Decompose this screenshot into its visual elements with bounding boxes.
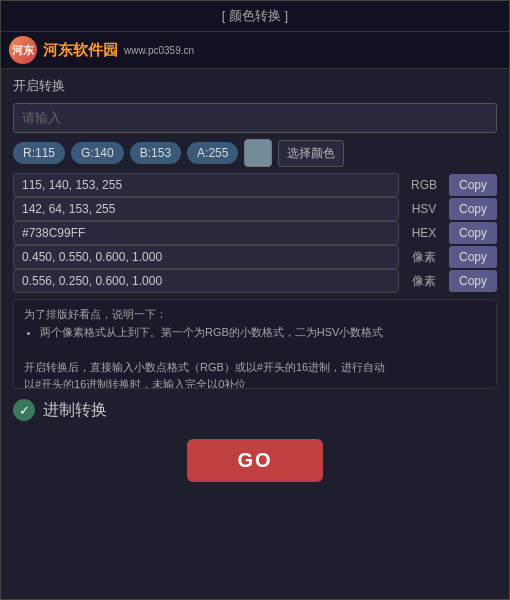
color-swatch <box>244 139 272 167</box>
data-value-3: 0.450, 0.550, 0.600, 1.000 <box>13 245 399 269</box>
data-value-0: 115, 140, 153, 255 <box>13 173 399 197</box>
copy-button-0[interactable]: Copy <box>449 174 497 196</box>
title-bar: [ 颜色转换 ] <box>1 1 509 32</box>
main-window: [ 颜色转换 ] 河东 河东软件园 www.pc0359.cn 开启转换 请输入… <box>0 0 510 600</box>
data-row-0: 115, 140, 153, 255RGBCopy <box>13 173 497 197</box>
info-bullet: 两个像素格式从上到下。第一个为RGB的小数格式，二为HSV小数格式 <box>40 324 486 342</box>
data-label-2: HEX <box>405 226 443 240</box>
checkbox-label: 进制转换 <box>43 400 107 421</box>
checkbox-row[interactable]: ✓ 进制转换 <box>13 395 497 425</box>
copy-button-3[interactable]: Copy <box>449 246 497 268</box>
data-value-4: 0.556, 0.250, 0.600, 1.000 <box>13 269 399 293</box>
checkbox-icon: ✓ <box>13 399 35 421</box>
a-chip: A:255 <box>187 142 238 164</box>
g-chip: G:140 <box>71 142 124 164</box>
info-line2: 以#开头的16进制转换时，未输入完全以0补位 <box>24 378 246 389</box>
logo-name: 河东软件园 <box>43 41 118 60</box>
data-value-2: #738C99FF <box>13 221 399 245</box>
main-input-placeholder: 请输入 <box>13 103 497 133</box>
data-rows-container: 115, 140, 153, 255RGBCopy142, 64, 153, 2… <box>13 173 497 293</box>
rgba-row: R:115 G:140 B:153 A:255 选择颜色 <box>13 139 497 167</box>
copy-button-1[interactable]: Copy <box>449 198 497 220</box>
logo-url: www.pc0359.cn <box>124 45 194 56</box>
data-row-4: 0.556, 0.250, 0.600, 1.000像素Copy <box>13 269 497 293</box>
logo-bar: 河东 河东软件园 www.pc0359.cn <box>1 32 509 69</box>
main-input-row: 请输入 <box>13 103 497 133</box>
logo-icon: 河东 <box>9 36 37 64</box>
go-button-container: GO <box>13 431 497 486</box>
title-text: [ 颜色转换 ] <box>222 8 288 23</box>
info-box: 为了排版好看点，说明一下： 两个像素格式从上到下。第一个为RGB的小数格式，二为… <box>13 299 497 389</box>
data-value-1: 142, 64, 153, 255 <box>13 197 399 221</box>
info-title: 为了排版好看点，说明一下： <box>24 308 167 320</box>
data-label-3: 像素 <box>405 249 443 266</box>
select-color-button[interactable]: 选择颜色 <box>278 140 344 167</box>
data-row-1: 142, 64, 153, 255HSVCopy <box>13 197 497 221</box>
r-chip: R:115 <box>13 142 65 164</box>
copy-button-2[interactable]: Copy <box>449 222 497 244</box>
main-content: 开启转换 请输入 R:115 G:140 B:153 A:255 选择颜色 11… <box>1 69 509 599</box>
b-chip: B:153 <box>130 142 181 164</box>
data-label-0: RGB <box>405 178 443 192</box>
section-title: 开启转换 <box>13 77 497 95</box>
data-label-1: HSV <box>405 202 443 216</box>
data-row-3: 0.450, 0.550, 0.600, 1.000像素Copy <box>13 245 497 269</box>
copy-button-4[interactable]: Copy <box>449 270 497 292</box>
go-button[interactable]: GO <box>187 439 322 482</box>
info-line1: 开启转换后，直接输入小数点格式（RGB）或以#开头的16进制，进行自动 <box>24 361 385 373</box>
data-row-2: #738C99FFHEXCopy <box>13 221 497 245</box>
data-label-4: 像素 <box>405 273 443 290</box>
